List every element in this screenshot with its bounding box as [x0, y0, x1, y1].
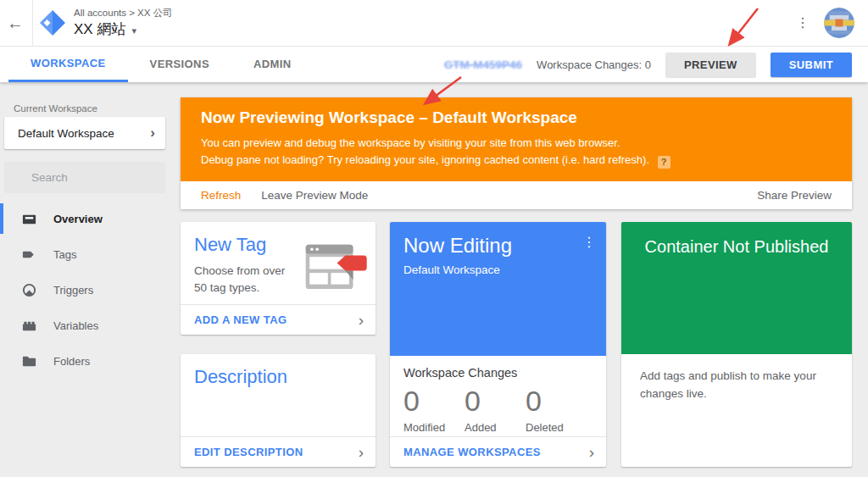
deleted-counter: 0 Deleted	[526, 385, 587, 434]
preview-button[interactable]: PREVIEW	[665, 53, 756, 77]
edit-description-action[interactable]: EDIT DESCRIPTION ›	[181, 436, 376, 467]
preview-banner-title: Now Previewing Workspace – Default Works…	[201, 108, 832, 127]
modified-counter: 0 Modified	[403, 385, 465, 434]
tabs: WORKSPACE VERSIONS ADMIN	[8, 47, 314, 82]
add-new-tag-label: ADD A NEW TAG	[194, 313, 287, 326]
new-tag-title[interactable]: New Tag	[194, 234, 266, 256]
modified-label: Modified	[403, 421, 465, 434]
workspace-changes-section: Workspace Changes 0 Modified 0 Added 0 D…	[390, 356, 606, 436]
workspace-selector[interactable]: Default Workspace ›	[4, 117, 165, 149]
overview-icon	[20, 210, 37, 227]
new-tag-illustration	[299, 236, 369, 300]
leave-preview-mode-link[interactable]: Leave Preview Mode	[261, 189, 368, 202]
tag-icon	[20, 246, 37, 263]
sidebar-item-label: Folders	[53, 355, 90, 368]
search-input[interactable]	[30, 170, 183, 185]
now-editing-header: Now Editing Default Workspace ⋮	[390, 222, 606, 356]
overflow-menu-icon[interactable]: ⋮	[793, 11, 813, 35]
sidebar-item-folders[interactable]: Folders	[0, 343, 181, 379]
chevron-right-icon: ›	[589, 444, 594, 460]
workspace-name: Default Workspace	[18, 127, 150, 140]
sidebar-item-triggers[interactable]: Triggers	[0, 272, 181, 308]
not-published-body: Add tags and publish to make your change…	[621, 354, 852, 467]
header-divider	[32, 0, 33, 46]
container-not-published-card: Container Not Published Add tags and pub…	[621, 222, 852, 467]
tab-workspace[interactable]: WORKSPACE	[8, 47, 128, 82]
deleted-label: Deleted	[526, 421, 587, 434]
preview-banner-line1: You can preview and debug the workspace …	[201, 135, 832, 152]
preview-banner-line2: Debug pane not loading? Try reloading yo…	[201, 152, 832, 169]
gtm-logo-icon	[38, 8, 67, 41]
share-preview-link[interactable]: Share Preview	[757, 189, 832, 202]
added-counter: 0 Added	[465, 385, 526, 434]
submit-button[interactable]: SUBMIT	[771, 53, 852, 77]
chevron-right-icon: ›	[359, 444, 364, 460]
sidebar-item-label: Tags	[53, 248, 76, 261]
card-overflow-menu-icon[interactable]: ⋮	[581, 234, 598, 250]
tab-bar-actions: GTM-M459P46 Workspace Changes: 0 PREVIEW…	[444, 47, 852, 82]
chevron-down-icon: ▾	[131, 25, 136, 36]
container-title-dropdown[interactable]: XX 網站 ▾	[74, 19, 136, 39]
preview-banner-orange: Now Previewing Workspace – Default Works…	[181, 97, 852, 181]
now-editing-card: Now Editing Default Workspace ⋮ Workspac…	[390, 222, 606, 467]
modified-count: 0	[403, 385, 465, 418]
sidebar-item-label: Variables	[53, 319, 98, 332]
new-tag-card: New Tag Choose from over 50 tag types. A…	[181, 222, 376, 335]
added-count: 0	[465, 385, 526, 418]
back-arrow-icon[interactable]: ←	[3, 11, 27, 35]
sidebar: Current Workspace Default Workspace › Ov…	[0, 82, 181, 477]
folder-icon	[20, 352, 37, 369]
container-id[interactable]: GTM-M459P46	[444, 58, 522, 71]
new-tag-body: Choose from over 50 tag types.	[194, 263, 300, 297]
help-icon[interactable]: ?	[658, 156, 670, 169]
tab-admin[interactable]: ADMIN	[231, 47, 314, 82]
manage-workspaces-action[interactable]: MANAGE WORKSPACES ›	[390, 436, 606, 467]
description-title: Description	[194, 366, 287, 388]
workspace-changes-label: Workspace Changes	[403, 366, 593, 380]
tab-bar: WORKSPACE VERSIONS ADMIN GTM-M459P46 Wor…	[0, 47, 868, 82]
variables-icon	[20, 317, 37, 334]
manage-workspaces-label: MANAGE WORKSPACES	[403, 446, 541, 458]
workspace-changes-count: Workspace Changes: 0	[537, 58, 651, 71]
sidebar-item-label: Overview	[53, 213, 103, 225]
sidebar-item-label: Triggers	[53, 284, 93, 297]
search-box[interactable]	[4, 162, 165, 193]
change-counters: 0 Modified 0 Added 0 Deleted	[403, 385, 593, 434]
trigger-icon	[20, 281, 37, 298]
app-header: ← All accounts > XX 公司 XX 網站 ▾ ⋮	[0, 0, 868, 47]
current-workspace-label: Current Workspace	[14, 103, 97, 114]
edit-description-label: EDIT DESCRIPTION	[194, 446, 303, 458]
not-published-title: Container Not Published	[633, 237, 840, 257]
sidebar-item-variables[interactable]: Variables	[0, 308, 181, 343]
now-editing-workspace: Default Workspace	[403, 263, 593, 276]
now-editing-title: Now Editing	[403, 234, 593, 258]
sidebar-nav: Overview Tags Triggers Variables	[0, 201, 181, 379]
deleted-count: 0	[526, 385, 587, 418]
user-avatar[interactable]	[824, 8, 854, 38]
preview-banner-line2-text: Debug pane not loading? Try reloading yo…	[201, 153, 649, 166]
not-published-header: Container Not Published	[621, 222, 852, 354]
tab-versions[interactable]: VERSIONS	[128, 47, 231, 82]
breadcrumb[interactable]: All accounts > XX 公司	[74, 7, 173, 19]
chevron-right-icon: ›	[359, 312, 364, 328]
preview-banner-actions: Refresh Leave Preview Mode Share Preview	[181, 181, 852, 209]
gtm-app-window: ← All accounts > XX 公司 XX 網站 ▾ ⋮	[0, 0, 868, 477]
added-label: Added	[465, 421, 526, 434]
chevron-right-icon: ›	[150, 125, 155, 141]
description-card: Description EDIT DESCRIPTION ›	[181, 354, 376, 467]
add-new-tag-action[interactable]: ADD A NEW TAG ›	[181, 304, 376, 335]
sidebar-item-overview[interactable]: Overview	[0, 201, 181, 236]
preview-banner: Now Previewing Workspace – Default Works…	[181, 97, 852, 209]
sidebar-item-tags[interactable]: Tags	[0, 236, 181, 272]
container-title: XX 網站	[74, 19, 125, 39]
refresh-link[interactable]: Refresh	[201, 189, 241, 202]
